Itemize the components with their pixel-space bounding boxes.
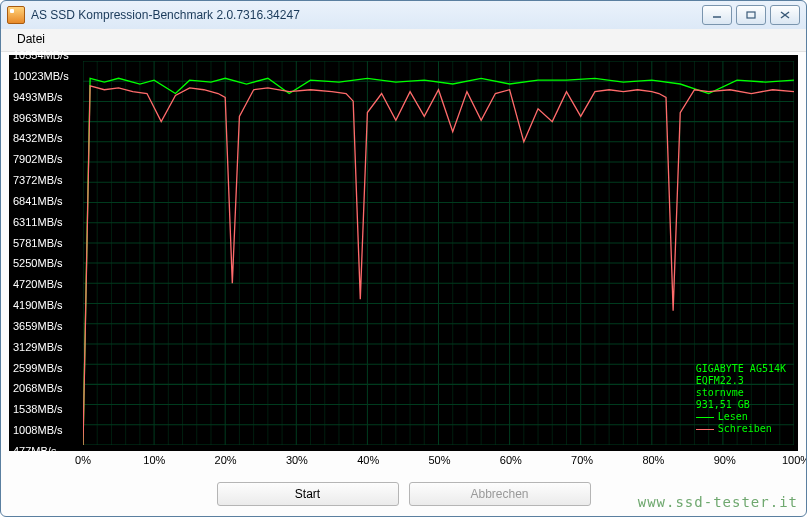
y-tick-label: 7372MB/s — [13, 174, 63, 186]
window-title: AS SSD Kompression-Benchmark 2.0.7316.34… — [31, 8, 702, 22]
x-tick-label: 80% — [642, 454, 664, 466]
legend-read-row: Lesen — [696, 411, 786, 423]
y-tick-label: 1538MB/s — [13, 403, 63, 415]
chart-area: 10554MB/s10023MB/s9493MB/s8963MB/s8432MB… — [9, 55, 798, 451]
y-tick-label: 6311MB/s — [13, 216, 63, 228]
x-tick-label: 100% — [782, 454, 807, 466]
close-button[interactable] — [770, 5, 800, 25]
y-tick-label: 8432MB/s — [13, 132, 63, 144]
window-buttons — [702, 5, 800, 25]
client-area: 10554MB/s10023MB/s9493MB/s8963MB/s8432MB… — [9, 55, 798, 476]
y-tick-label: 8963MB/s — [13, 112, 63, 124]
legend-read-swatch — [696, 417, 714, 418]
y-tick-label: 2599MB/s — [13, 362, 63, 374]
legend-write-row: Schreiben — [696, 423, 786, 435]
y-tick-label: 6841MB/s — [13, 195, 63, 207]
y-tick-label: 4720MB/s — [13, 278, 63, 290]
x-tick-label: 0% — [75, 454, 91, 466]
menu-file[interactable]: Datei — [11, 31, 51, 47]
legend-read-label: Lesen — [718, 411, 748, 423]
minimize-button[interactable] — [702, 5, 732, 25]
maximize-button[interactable] — [736, 5, 766, 25]
app-icon — [7, 6, 25, 24]
y-tick-label: 3659MB/s — [13, 320, 63, 332]
legend-driver: stornvme — [696, 387, 786, 399]
y-tick-label: 10023MB/s — [13, 70, 69, 82]
plot-area: GIGABYTE AG514K EQFM22.3 stornvme 931,51… — [83, 61, 794, 445]
x-tick-label: 50% — [428, 454, 450, 466]
titlebar[interactable]: AS SSD Kompression-Benchmark 2.0.7316.34… — [1, 1, 806, 29]
x-tick-label: 30% — [286, 454, 308, 466]
x-tick-label: 20% — [215, 454, 237, 466]
y-tick-label: 7902MB/s — [13, 153, 63, 165]
start-button[interactable]: Start — [217, 482, 399, 506]
y-axis-labels: 10554MB/s10023MB/s9493MB/s8963MB/s8432MB… — [9, 55, 83, 451]
y-tick-label: 4190MB/s — [13, 299, 63, 311]
legend-capacity: 931,51 GB — [696, 399, 786, 411]
x-axis-labels: 0%10%20%30%40%50%60%70%80%90%100% — [9, 451, 798, 476]
menu-bar: Datei — [1, 29, 806, 52]
x-tick-label: 10% — [143, 454, 165, 466]
x-tick-label: 60% — [500, 454, 522, 466]
plot-svg — [83, 61, 794, 445]
y-tick-label: 10554MB/s — [13, 49, 69, 61]
y-tick-label: 5781MB/s — [13, 237, 63, 249]
legend-device: GIGABYTE AG514K — [696, 363, 786, 375]
x-tick-label: 70% — [571, 454, 593, 466]
legend-firmware: EQFM22.3 — [696, 375, 786, 387]
app-window: AS SSD Kompression-Benchmark 2.0.7316.34… — [0, 0, 807, 517]
y-tick-label: 5250MB/s — [13, 257, 63, 269]
watermark: www.ssd-tester.it — [638, 494, 798, 510]
svg-rect-1 — [747, 12, 755, 18]
y-tick-label: 9493MB/s — [13, 91, 63, 103]
cancel-button[interactable]: Abbrechen — [409, 482, 591, 506]
y-tick-label: 3129MB/s — [13, 341, 63, 353]
y-tick-label: 1008MB/s — [13, 424, 63, 436]
legend-box: GIGABYTE AG514K EQFM22.3 stornvme 931,51… — [696, 363, 786, 435]
legend-write-swatch — [696, 429, 714, 430]
x-tick-label: 90% — [714, 454, 736, 466]
x-tick-label: 40% — [357, 454, 379, 466]
legend-write-label: Schreiben — [718, 423, 772, 435]
y-tick-label: 2068MB/s — [13, 382, 63, 394]
